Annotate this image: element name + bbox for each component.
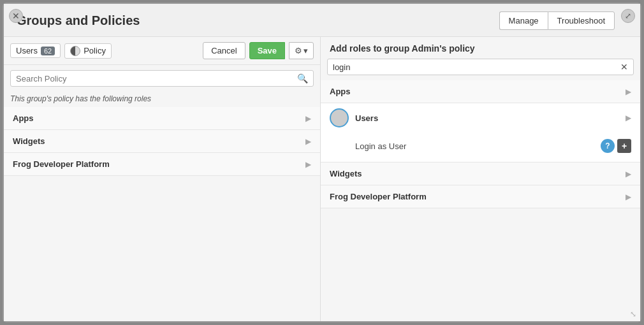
- right-role-item-label: Apps: [330, 87, 351, 96]
- chevron-right-icon: ▶: [626, 87, 631, 96]
- right-panel-header: Add roles to group Admin's policy: [321, 37, 640, 59]
- policy-icon: [70, 46, 80, 56]
- chevron-right-icon: ▶: [626, 170, 631, 178]
- role-list: Apps ▶ Widgets ▶ Frog Developer Platform…: [4, 107, 320, 321]
- right-role-item-label: Frog Developer Platform: [330, 192, 427, 201]
- users-sub: Login as User ? +: [321, 133, 640, 162]
- gear-chevron-icon: ▾: [304, 46, 308, 55]
- gear-icon: ⚙: [295, 46, 302, 55]
- users-title: Users: [355, 113, 378, 123]
- add-button[interactable]: +: [617, 139, 631, 153]
- role-item-widgets[interactable]: Widgets ▶: [4, 130, 320, 153]
- users-avatar: [330, 108, 349, 127]
- right-role-item-apps[interactable]: Apps ▶: [321, 80, 640, 103]
- role-item-label: Widgets: [13, 136, 45, 146]
- users-header[interactable]: Users ▶: [321, 103, 640, 133]
- close-icon: ✕: [12, 11, 20, 21]
- modal-header: Groups and Policies Manage Troubleshoot: [4, 4, 640, 37]
- left-toolbar: Users 62 Policy Cancel Save ⚙ ▾: [4, 37, 320, 65]
- right-role-list: Apps ▶ Users ▶ Login as User: [321, 80, 640, 321]
- role-item-apps[interactable]: Apps ▶: [4, 107, 320, 130]
- policy-tab-label: Policy: [84, 46, 106, 55]
- right-role-item-frog[interactable]: Frog Developer Platform ▶: [321, 185, 640, 208]
- right-search-input[interactable]: [333, 62, 620, 72]
- users-count-badge: 62: [41, 47, 55, 55]
- chevron-right-icon: ▶: [305, 137, 311, 146]
- gear-button[interactable]: ⚙ ▾: [289, 42, 314, 59]
- manage-button[interactable]: Manage: [499, 11, 548, 30]
- search-bar: 🔍: [10, 70, 314, 87]
- chevron-right-icon: ▶: [626, 113, 631, 122]
- search-icon: 🔍: [297, 73, 308, 83]
- help-button[interactable]: ?: [601, 139, 615, 153]
- right-role-item-users: Users ▶ Login as User ? +: [321, 103, 640, 162]
- right-role-item-widgets[interactable]: Widgets ▶: [321, 162, 640, 185]
- role-item-label: Apps: [13, 113, 34, 123]
- role-item-label: Frog Developer Platform: [13, 159, 110, 169]
- users-tab[interactable]: Users 62: [10, 43, 61, 58]
- chevron-right-icon: ▶: [305, 114, 311, 123]
- header-buttons: Manage Troubleshoot: [499, 11, 615, 30]
- users-tab-label: Users: [16, 46, 38, 55]
- chevron-right-icon: ▶: [305, 160, 311, 169]
- cancel-button[interactable]: Cancel: [203, 42, 245, 59]
- expand-button[interactable]: ⤢: [621, 9, 635, 23]
- chevron-right-icon: ▶: [626, 192, 631, 201]
- right-search-bar: ✕: [327, 59, 634, 75]
- save-button[interactable]: Save: [249, 42, 285, 59]
- search-input[interactable]: [16, 74, 297, 83]
- clear-icon[interactable]: ✕: [620, 62, 628, 72]
- right-panel: Add roles to group Admin's policy ✕ Apps…: [321, 37, 640, 321]
- role-item-frog[interactable]: Frog Developer Platform ▶: [4, 153, 320, 176]
- troubleshoot-button[interactable]: Troubleshoot: [548, 11, 615, 30]
- resize-handle[interactable]: ⤡: [630, 310, 636, 319]
- left-panel: Users 62 Policy Cancel Save ⚙ ▾ 🔍: [4, 37, 321, 321]
- policy-description: This group's policy has the following ro…: [4, 92, 320, 107]
- expand-icon: ⤢: [625, 11, 631, 20]
- right-role-item-label: Widgets: [330, 169, 362, 178]
- modal: ✕ ⤢ Groups and Policies Manage Troublesh…: [3, 3, 641, 322]
- modal-title: Groups and Policies: [17, 13, 140, 28]
- login-as-user-label: Login as User: [355, 141, 406, 151]
- policy-tab[interactable]: Policy: [64, 43, 112, 59]
- users-sub-actions: ? +: [601, 139, 631, 153]
- modal-body: Users 62 Policy Cancel Save ⚙ ▾ 🔍: [4, 37, 640, 321]
- close-button[interactable]: ✕: [9, 9, 23, 23]
- users-sub-row: Login as User ? +: [355, 136, 631, 155]
- users-header-left: Users: [330, 108, 378, 127]
